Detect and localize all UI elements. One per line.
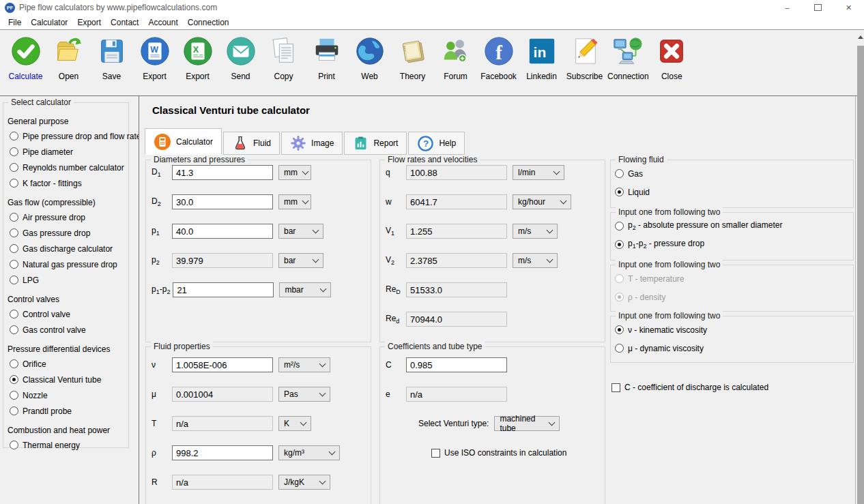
maximize-button[interactable] — [803, 0, 833, 15]
radio-icon[interactable] — [10, 310, 18, 318]
p1-p2-input[interactable]: 21 — [173, 282, 274, 297]
toolbar-export-button-3[interactable]: WExport — [133, 35, 176, 81]
tab-report[interactable]: Report — [344, 132, 407, 155]
toolbar-calculate-button-0[interactable]: Calculate — [4, 35, 47, 81]
sidebar-item-air-pressure-drop[interactable]: Air pressure drop — [10, 209, 128, 225]
menu-item-export[interactable]: Export — [72, 16, 106, 29]
tab-image[interactable]: Image — [281, 132, 343, 155]
menu-item-connection[interactable]: Connection — [183, 16, 234, 29]
radio-icon[interactable] — [10, 228, 18, 237]
sidebar-item-orifice[interactable]: Orifice — [10, 356, 128, 372]
radio-icon[interactable] — [10, 132, 18, 140]
sidebar-item-natural-gas-pressure-drop[interactable]: Natural gas pressure drop — [10, 256, 128, 272]
radio-icon[interactable] — [10, 213, 18, 222]
menu-item-calculator[interactable]: Calculator — [26, 16, 72, 29]
option-liquid[interactable]: Liquid — [615, 183, 853, 201]
scrollbar-up-arrow-icon[interactable] — [858, 35, 863, 39]
C-input[interactable]: 0.985 — [406, 357, 507, 372]
radio-icon[interactable] — [615, 188, 624, 196]
vertical-scrollbar[interactable] — [857, 31, 864, 504]
radio-icon[interactable] — [615, 169, 624, 178]
tab-fluid[interactable]: Fluid — [223, 132, 280, 155]
sidebar-item-thermal-energy[interactable]: Thermal energy — [10, 437, 128, 453]
radio-icon[interactable] — [10, 391, 18, 400]
sidebar-item-pipe-pressure-drop-and-flow-rate[interactable]: Pipe pressure drop and flow rate — [10, 128, 128, 144]
radio-icon[interactable] — [615, 325, 624, 334]
q-unit-select[interactable]: l/min — [513, 165, 564, 180]
D1-unit-select[interactable]: mm — [278, 165, 311, 180]
tab-help[interactable]: ?Help — [408, 132, 465, 155]
toolbar-save-button-2[interactable]: Save — [90, 35, 133, 81]
D2-unit-select[interactable]: mm — [278, 194, 311, 209]
venturi-type-select[interactable]: machined tube — [494, 416, 560, 431]
toolbar-linkedin-button-12[interactable]: inLinkedin — [520, 35, 563, 81]
menu-item-file[interactable]: File — [3, 16, 26, 29]
w-unit-select[interactable]: kg/hour — [513, 194, 571, 209]
sidebar-item-pipe-diameter[interactable]: Pipe diameter — [10, 144, 128, 160]
toolbar-theory-button-9[interactable]: Theory — [391, 35, 434, 81]
minimize-button[interactable]: – — [772, 0, 803, 15]
radio-icon[interactable] — [10, 406, 18, 415]
sidebar-item-k-factor-fittings[interactable]: K factor - fittings — [10, 175, 128, 191]
p1-unit-select[interactable]: bar — [278, 224, 323, 239]
sidebar-item-nozzle[interactable]: Nozzle — [10, 387, 128, 403]
V2-unit-select[interactable]: m/s — [513, 253, 558, 268]
radio-icon[interactable] — [615, 344, 624, 353]
toolbar-subscribe-button-13[interactable]: Subscribe — [563, 35, 606, 81]
sidebar-item-gas-discharge-calculator[interactable]: Gas discharge calculator — [10, 241, 128, 256]
sidebar-item-prandtl-probe[interactable]: Prandtl probe — [10, 403, 128, 419]
radio-icon[interactable] — [10, 276, 18, 284]
toolbar-open-button-1[interactable]: Open — [47, 35, 90, 81]
toolbar-connection-button-14[interactable]: Connection — [606, 35, 650, 81]
p1-input[interactable]: 40.0 — [172, 224, 273, 239]
mu-unit-select[interactable]: Pas — [278, 387, 330, 402]
option-dynamic-viscosity[interactable]: μ - dynamic viscosity — [615, 339, 853, 357]
radio-icon[interactable] — [615, 240, 624, 249]
p1-p2-unit-select[interactable]: mbar — [279, 282, 331, 297]
radio-icon[interactable] — [10, 260, 18, 269]
radio-icon[interactable] — [10, 179, 18, 188]
sidebar-item-gas-control-valve[interactable]: Gas control valve — [10, 322, 128, 338]
sidebar-item-gas-pressure-drop[interactable]: Gas pressure drop — [10, 225, 128, 241]
rho-unit-select[interactable]: kg/m³ — [278, 445, 340, 460]
option-gas[interactable]: Gas — [615, 164, 853, 183]
radio-icon[interactable] — [10, 325, 18, 334]
radio-icon[interactable] — [10, 359, 18, 368]
D2-input[interactable]: 30.0 — [172, 194, 273, 209]
sidebar-item-lpg[interactable]: LPG — [10, 272, 128, 288]
radio-icon[interactable] — [10, 244, 18, 253]
radio-icon[interactable] — [10, 375, 18, 384]
radio-icon[interactable] — [10, 163, 18, 172]
V1-unit-select[interactable]: m/s — [513, 224, 558, 239]
menu-item-account[interactable]: Account — [143, 16, 182, 29]
radio-icon[interactable] — [615, 222, 624, 231]
sidebar-item-control-valve[interactable]: Control valve — [10, 306, 128, 322]
sidebar-item-reynolds-number-calculator[interactable]: Reynolds number calculator — [10, 160, 128, 175]
option-kinematic-viscosity[interactable]: ν - kinematic viscosity — [615, 321, 853, 339]
T-unit-select[interactable]: K — [278, 416, 311, 431]
toolbar-web-button-8[interactable]: Web — [348, 35, 391, 81]
radio-icon[interactable] — [10, 147, 18, 156]
R-unit-select[interactable]: J/kgK — [278, 475, 330, 490]
discharge-coefficient-checkbox-row[interactable]: C - coefficient of discharge is calculat… — [611, 383, 768, 392]
toolbar-forum-button-10[interactable]: Forum — [434, 35, 477, 81]
close-window-button[interactable]: ✕ — [833, 0, 864, 15]
option-p1-p2-pressure-drop[interactable]: p1-p2 - pressure drop — [615, 235, 853, 254]
iso-constraints-checkbox[interactable] — [431, 449, 440, 458]
toolbar-facebook-button-11[interactable]: fFacebook — [477, 35, 520, 81]
toolbar-export-button-4[interactable]: XExport — [176, 35, 219, 81]
radio-icon[interactable] — [10, 441, 18, 449]
D1-input[interactable]: 41.3 — [172, 165, 273, 180]
sidebar-item-classical-venturi-tube[interactable]: Classical Venturi tube — [10, 372, 128, 387]
toolbar-close-button-15[interactable]: Close — [650, 35, 693, 81]
iso-constraints-row[interactable]: Use ISO constraints in calculation — [431, 448, 605, 458]
toolbar-print-button-7[interactable]: Print — [305, 35, 348, 81]
nu-input[interactable]: 1.0058E-006 — [172, 357, 273, 372]
tab-calculator[interactable]: Calculator — [145, 128, 222, 155]
toolbar-send-button-5[interactable]: Send — [219, 35, 262, 81]
rho-input[interactable]: 998.2 — [172, 445, 273, 460]
scrollbar-thumb[interactable] — [857, 46, 864, 504]
toolbar-copy-button-6[interactable]: Copy — [262, 35, 305, 81]
p2-unit-select[interactable]: bar — [278, 253, 323, 268]
discharge-coefficient-checkbox[interactable] — [611, 383, 620, 392]
